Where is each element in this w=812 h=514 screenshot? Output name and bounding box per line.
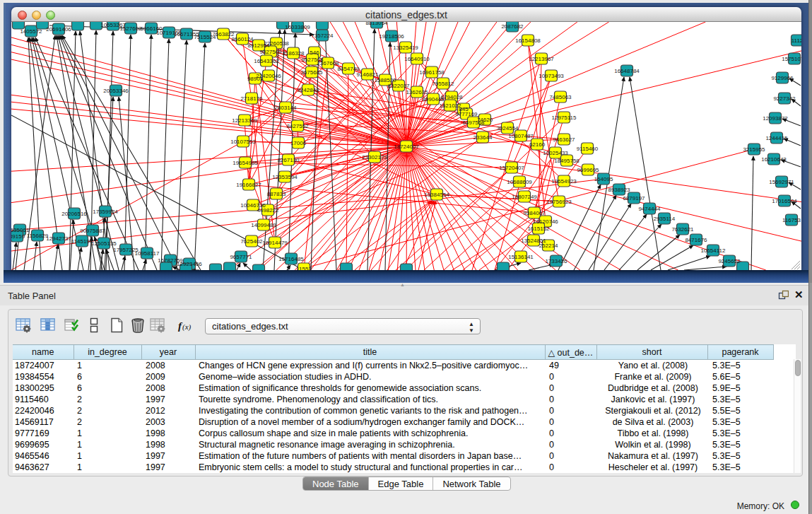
svg-text:9384067: 9384067 xyxy=(523,210,546,216)
svg-text:7955812: 7955812 xyxy=(432,81,454,87)
svg-text:16033809: 16033809 xyxy=(285,24,310,30)
svg-text:19384554: 19384554 xyxy=(424,192,449,198)
svg-text:19654985: 19654985 xyxy=(233,160,258,166)
svg-text:116753: 116753 xyxy=(782,217,801,223)
svg-text:98901: 98901 xyxy=(247,76,264,82)
svg-text:19654923: 19654923 xyxy=(551,178,577,185)
svg-text:10973493: 10973493 xyxy=(539,73,564,79)
svg-text:17006: 17006 xyxy=(290,140,307,146)
svg-text:7632621: 7632621 xyxy=(671,226,694,233)
svg-text:12942737: 12942737 xyxy=(46,235,71,242)
svg-text:23302173: 23302173 xyxy=(362,154,387,160)
svg-text:9115460: 9115460 xyxy=(577,146,599,152)
svg-text:19756923: 19756923 xyxy=(546,199,572,205)
svg-text:2087682: 2087682 xyxy=(501,23,524,30)
svg-text:10107553: 10107553 xyxy=(230,139,256,145)
svg-text:164095: 164095 xyxy=(594,176,613,182)
svg-text:10958117: 10958117 xyxy=(135,250,160,257)
svg-text:6794028: 6794028 xyxy=(440,94,463,100)
svg-text:8322037: 8322037 xyxy=(387,83,410,89)
svg-text:15716485: 15716485 xyxy=(278,256,304,262)
svg-text:15136141: 15136141 xyxy=(508,254,534,260)
svg-text:12975115: 12975115 xyxy=(552,115,577,121)
svg-text:39159: 39159 xyxy=(11,233,25,240)
svg-text:12093872: 12093872 xyxy=(763,115,788,122)
svg-text:16543362: 16543362 xyxy=(254,58,279,64)
svg-text:8471676: 8471676 xyxy=(685,237,707,243)
svg-text:2935114: 2935114 xyxy=(654,216,676,222)
svg-text:18495758: 18495758 xyxy=(554,158,579,164)
svg-text:887833: 887833 xyxy=(267,191,286,197)
svg-text:20691406: 20691406 xyxy=(46,26,71,33)
svg-text:1145194: 1145194 xyxy=(71,238,93,245)
svg-text:252214: 252214 xyxy=(539,243,558,249)
svg-text:9463627: 9463627 xyxy=(553,136,575,143)
svg-text:8427552: 8427552 xyxy=(286,123,309,129)
svg-text:12505135: 12505135 xyxy=(91,240,117,247)
svg-text:7485063: 7485063 xyxy=(549,94,572,100)
svg-text:16640910: 16640910 xyxy=(404,56,430,62)
svg-text:3675685: 3675685 xyxy=(300,69,323,76)
svg-text:10654112: 10654112 xyxy=(701,247,726,254)
svg-text:16154808: 16154808 xyxy=(515,37,541,44)
svg-text:16914479: 16914479 xyxy=(262,240,288,246)
svg-text:2803144: 2803144 xyxy=(274,105,297,111)
svg-text:18807249: 18807249 xyxy=(512,194,537,200)
svg-text:16210643: 16210643 xyxy=(761,156,787,163)
svg-text:12213369: 12213369 xyxy=(232,117,257,124)
svg-text:9827509: 9827509 xyxy=(259,49,282,55)
svg-text:20206516: 20206516 xyxy=(61,211,87,217)
svg-text:6879197: 6879197 xyxy=(623,195,645,201)
svg-text:15692971: 15692971 xyxy=(769,179,794,185)
svg-text:3215955: 3215955 xyxy=(743,146,765,153)
svg-text:7625402: 7625402 xyxy=(240,238,263,245)
svg-text:8813054: 8813054 xyxy=(365,22,388,26)
svg-text:20053346: 20053346 xyxy=(103,88,129,94)
svg-text:8267130: 8267130 xyxy=(277,157,300,163)
svg-text:12353594: 12353594 xyxy=(272,174,298,180)
svg-text:9227342: 9227342 xyxy=(773,95,796,102)
svg-text:16120746: 16120746 xyxy=(533,218,558,225)
svg-text:546: 546 xyxy=(310,49,319,56)
svg-text:9777169: 9777169 xyxy=(455,111,478,117)
svg-text:14099489: 14099489 xyxy=(251,222,276,228)
svg-text:62160: 62160 xyxy=(529,141,546,148)
svg-text:1156829: 1156829 xyxy=(27,233,49,239)
svg-text:17359924: 17359924 xyxy=(93,209,118,215)
svg-text:9657771: 9657771 xyxy=(230,254,252,260)
svg-text:1112: 1112 xyxy=(792,37,801,44)
svg-text:12923466: 12923466 xyxy=(177,261,202,267)
svg-text:10807487: 10807487 xyxy=(508,133,534,139)
svg-text:9129966: 9129966 xyxy=(771,75,794,81)
svg-text:7357224: 7357224 xyxy=(311,33,334,39)
svg-text:1405572: 1405572 xyxy=(20,28,42,35)
svg-text:1244415: 1244415 xyxy=(765,135,788,141)
svg-text:17016504: 17016504 xyxy=(772,198,797,204)
svg-text:11557: 11557 xyxy=(296,266,312,271)
svg-text:1362635: 1362635 xyxy=(406,89,428,95)
svg-text:90975887: 90975887 xyxy=(80,228,105,234)
svg-text:1733426: 1733426 xyxy=(545,258,567,264)
svg-text:9242848: 9242848 xyxy=(297,87,319,93)
svg-text:16648784: 16648784 xyxy=(614,68,640,74)
svg-text:(x): (x) xyxy=(182,322,192,332)
svg-text:8938923: 8938923 xyxy=(608,187,630,193)
svg-text:16961758: 16961758 xyxy=(419,69,445,76)
svg-text:2718176: 2718176 xyxy=(240,95,263,102)
svg-text:2367608: 2367608 xyxy=(317,60,339,66)
svg-text:15720407: 15720407 xyxy=(499,165,524,171)
svg-text:9474444: 9474444 xyxy=(638,206,661,212)
svg-text:19166827: 19166827 xyxy=(236,182,261,188)
svg-text:19218506: 19218506 xyxy=(379,33,404,40)
svg-text:1615152: 1615152 xyxy=(527,226,550,232)
svg-text:9245652: 9245652 xyxy=(718,258,741,264)
svg-text:233644: 233644 xyxy=(473,134,493,141)
svg-text:74620: 74620 xyxy=(477,117,493,123)
svg-text:3024554: 3024554 xyxy=(496,125,519,132)
svg-text:8186328: 8186328 xyxy=(282,50,305,57)
svg-text:18724007: 18724007 xyxy=(394,144,419,150)
svg-text:13325419: 13325419 xyxy=(393,45,418,51)
svg-text:10688609: 10688609 xyxy=(507,179,532,185)
svg-text:10025433: 10025433 xyxy=(543,150,568,156)
svg-text:4498222: 4498222 xyxy=(257,207,279,214)
